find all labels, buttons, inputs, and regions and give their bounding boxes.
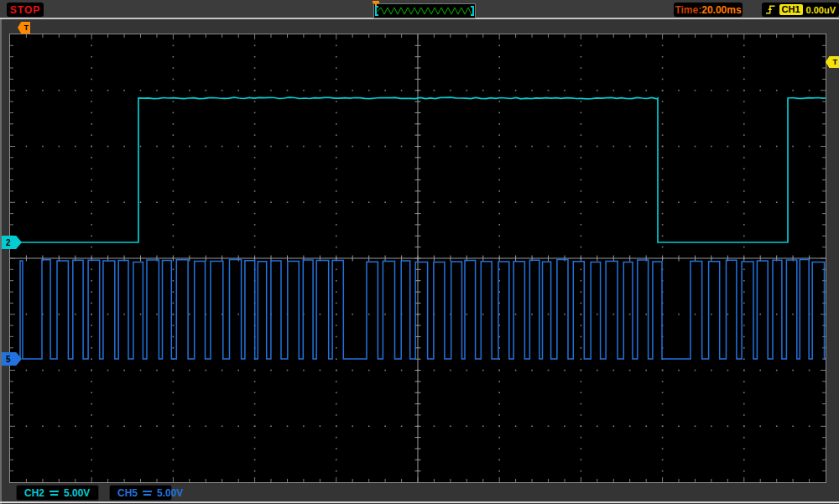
trigger-level-letter: T: [833, 58, 838, 66]
run-state-text: STOP: [10, 4, 40, 16]
ch5-scale: 5.00V: [157, 487, 183, 499]
trigger-position-letter: T: [24, 23, 29, 32]
run-state-indicator: STOP: [7, 3, 44, 17]
toolbar: STOP Time:20.00ms CH1 0.00uV: [0, 0, 839, 19]
trigger-level-value: 0.00uV: [806, 5, 836, 15]
preview-waveform: [374, 4, 475, 18]
ch5-label[interactable]: CH5 5.00V: [109, 485, 172, 501]
trigger-display: CH1 0.00uV: [762, 3, 839, 17]
trigger-source-badge: CH1: [779, 4, 803, 15]
ch5-name: CH5: [117, 487, 138, 499]
timebase-value: 20.00ms: [701, 4, 741, 16]
ch2-label[interactable]: CH2 5.00V: [16, 485, 99, 501]
ch2-name: CH2: [24, 487, 44, 499]
ch5-trace: [10, 260, 826, 360]
oscilloscope-window: STOP Time:20.00ms CH1 0.00uV T: [0, 0, 839, 504]
waveform-preview-pan[interactable]: [373, 3, 476, 18]
preview-right-bracket-icon[interactable]: [471, 6, 474, 16]
graticule: [9, 34, 826, 483]
traces: [10, 34, 826, 482]
timebase-label: Time:: [675, 4, 701, 16]
ch2-coupling-icon: [50, 490, 59, 496]
ch5-coupling-icon: [143, 490, 152, 496]
ch5-zero-number: 5: [6, 355, 11, 364]
ch2-scale: 5.00V: [64, 487, 90, 499]
ch2-trace: [10, 97, 826, 242]
rising-edge-trigger-icon: [765, 3, 776, 16]
preview-left-bracket-icon[interactable]: [375, 6, 378, 16]
trigger-position-marker[interactable]: T: [18, 22, 30, 34]
window-left-bevel: [0, 19, 2, 504]
window-bottom-bevel: [0, 501, 839, 503]
trigger-level-marker[interactable]: T: [826, 56, 839, 68]
timebase-display: Time:20.00ms: [674, 3, 743, 17]
ch2-zero-number: 2: [6, 238, 11, 247]
